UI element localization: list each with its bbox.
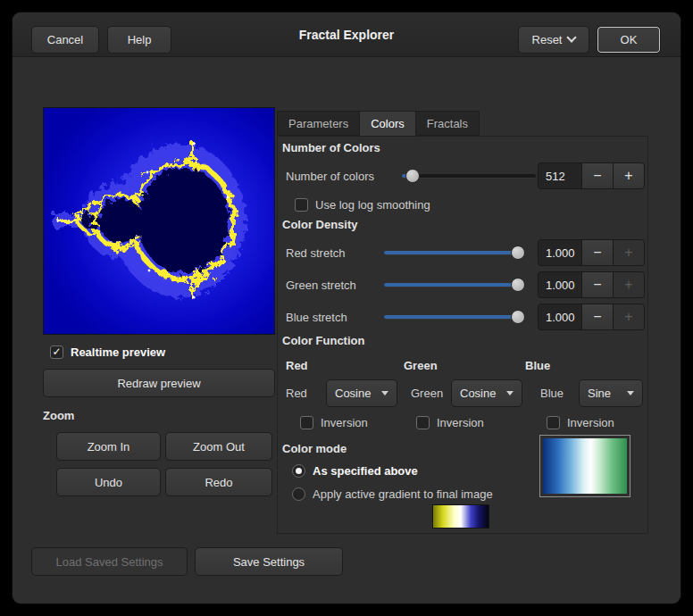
- blue-stretch-slider[interactable]: [384, 304, 525, 330]
- load-saved-settings-label: Load Saved Settings: [56, 555, 163, 569]
- blue-inversion-label: Inversion: [567, 416, 614, 429]
- cancel-button-label: Cancel: [47, 33, 83, 46]
- color-function-heading: Color Function: [282, 334, 364, 347]
- slider-handle[interactable]: [511, 310, 525, 324]
- number-of-colors-heading: Number of Colors: [282, 141, 380, 154]
- radio-icon: [292, 464, 305, 478]
- red-stretch-value[interactable]: 1.000: [538, 239, 582, 266]
- cancel-button[interactable]: Cancel: [31, 26, 99, 54]
- checkbox-icon: ✓: [295, 198, 308, 212]
- ok-button[interactable]: OK: [597, 26, 661, 54]
- blue-function-dropdown[interactable]: Sine: [579, 379, 643, 407]
- green-stretch-slider[interactable]: [384, 271, 525, 298]
- log-smoothing-label: Use log log smoothing: [315, 198, 430, 212]
- load-saved-settings-button: Load Saved Settings: [31, 547, 188, 576]
- as-specified-label: As specified above: [313, 464, 418, 478]
- gradient-preview-frame: [539, 435, 630, 497]
- plus-button[interactable]: +: [613, 162, 645, 189]
- ok-button-label: OK: [621, 33, 638, 46]
- mandelbrot-preview-image: [44, 108, 274, 334]
- zoom-out-button[interactable]: Zoom Out: [165, 432, 272, 461]
- green-stretch-spinner: 1.000 − +: [538, 271, 645, 298]
- blue-stretch-value[interactable]: 1.000: [538, 304, 582, 330]
- checkbox-icon: ✓: [50, 345, 63, 359]
- redo-button[interactable]: Redo: [165, 468, 272, 496]
- green-stretch-label: Green stretch: [286, 271, 356, 298]
- fractal-explorer-dialog: Fractal Explorer Cancel Help Reset OK: [13, 12, 680, 604]
- blue-function-value: Sine: [588, 387, 611, 400]
- realtime-preview-checkbox[interactable]: ✓ Realtime preview: [50, 344, 165, 360]
- number-of-colors-value[interactable]: 512: [538, 162, 582, 189]
- number-of-colors-spinner: 512 − +: [538, 162, 645, 189]
- undo-button[interactable]: Undo: [56, 468, 161, 496]
- tab-fractals-label: Fractals: [427, 117, 468, 130]
- redo-label: Redo: [205, 476, 232, 489]
- red-stretch-slider[interactable]: [384, 239, 525, 266]
- checkbox-icon: ✓: [416, 416, 430, 429]
- dropdown-arrow-icon: [627, 391, 634, 395]
- tab-fractals[interactable]: Fractals: [415, 111, 480, 136]
- as-specified-radio[interactable]: As specified above: [292, 462, 418, 479]
- green-inversion-checkbox[interactable]: ✓ Inversion: [416, 414, 484, 430]
- number-of-colors-label: Number of colors: [286, 162, 374, 189]
- tab-parameters-label: Parameters: [288, 117, 348, 130]
- blue-inversion-checkbox[interactable]: ✓ Inversion: [547, 414, 614, 430]
- number-of-colors-slider[interactable]: [402, 162, 536, 189]
- color-density-heading: Color Density: [282, 218, 358, 231]
- red-function-label: Red: [286, 379, 307, 406]
- blue-stretch-spinner: 1.000 − +: [538, 304, 645, 330]
- apply-gradient-label: Apply active gradient to final image: [313, 487, 493, 501]
- log-smoothing-checkbox[interactable]: ✓ Use log log smoothing: [295, 196, 430, 212]
- dropdown-arrow-icon: [506, 391, 513, 395]
- save-settings-button[interactable]: Save Settings: [195, 547, 343, 576]
- blue-stretch-label: Blue stretch: [286, 304, 347, 330]
- red-stretch-spinner: 1.000 − +: [538, 239, 645, 266]
- green-function-dropdown[interactable]: Cosine: [451, 379, 522, 407]
- minus-button[interactable]: −: [581, 239, 614, 266]
- tab-bar: Parameters Colors Fractals: [277, 111, 479, 136]
- minus-button[interactable]: −: [581, 271, 614, 298]
- help-button-label: Help: [128, 33, 152, 46]
- reset-button[interactable]: Reset: [518, 26, 589, 54]
- reset-button-label: Reset: [532, 33, 563, 46]
- radio-icon: [292, 487, 305, 501]
- slider-handle[interactable]: [405, 169, 420, 183]
- blue-function-label: Blue: [540, 379, 564, 406]
- apply-gradient-radio[interactable]: Apply active gradient to final image: [292, 486, 493, 502]
- active-gradient-swatch[interactable]: [432, 504, 489, 529]
- help-button[interactable]: Help: [107, 26, 171, 54]
- tab-parameters[interactable]: Parameters: [277, 111, 360, 136]
- zoom-section-heading: Zoom: [43, 409, 74, 422]
- realtime-preview-label: Realtime preview: [71, 345, 165, 359]
- red-inversion-label: Inversion: [321, 416, 368, 429]
- red-function-dropdown[interactable]: Cosine: [326, 379, 397, 407]
- titlebar[interactable]: Fractal Explorer Cancel Help Reset OK: [13, 12, 680, 57]
- tab-colors[interactable]: Colors: [359, 111, 416, 137]
- green-stretch-value[interactable]: 1.000: [538, 271, 582, 298]
- redraw-preview-label: Redraw preview: [117, 377, 200, 390]
- red-inversion-checkbox[interactable]: ✓ Inversion: [300, 414, 368, 430]
- minus-button[interactable]: −: [581, 162, 614, 189]
- slider-handle[interactable]: [511, 278, 525, 292]
- slider-fill: [384, 315, 518, 319]
- red-column-header: Red: [286, 359, 308, 372]
- zoom-in-label: Zoom In: [88, 440, 130, 454]
- tab-colors-label: Colors: [371, 117, 405, 130]
- minus-button[interactable]: −: [581, 304, 614, 330]
- green-column-header: Green: [404, 359, 438, 372]
- red-function-value: Cosine: [335, 387, 371, 400]
- redraw-preview-button[interactable]: Redraw preview: [43, 369, 275, 397]
- zoom-out-label: Zoom Out: [193, 440, 245, 454]
- zoom-in-button[interactable]: Zoom In: [56, 432, 161, 461]
- slider-fill: [384, 283, 518, 287]
- red-stretch-label: Red stretch: [286, 239, 345, 266]
- save-settings-label: Save Settings: [233, 555, 305, 569]
- dropdown-arrow-icon: [381, 391, 388, 395]
- slider-track[interactable]: [402, 174, 536, 178]
- color-mode-heading: Color mode: [282, 442, 346, 455]
- undo-label: Undo: [95, 476, 122, 489]
- fractal-preview[interactable]: [43, 107, 275, 335]
- checkbox-icon: ✓: [300, 416, 313, 429]
- slider-handle[interactable]: [511, 246, 525, 260]
- slider-fill: [384, 251, 518, 254]
